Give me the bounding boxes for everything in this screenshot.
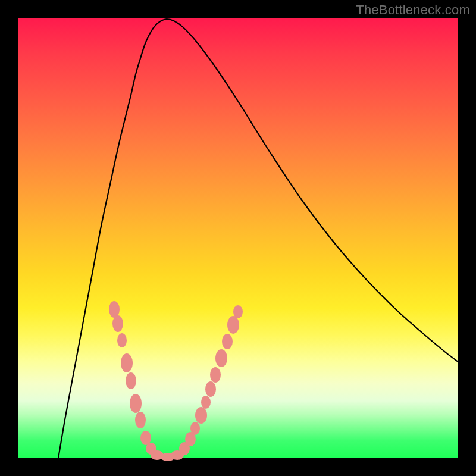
marker-dot <box>201 396 211 409</box>
bottleneck-curve <box>58 19 458 458</box>
marker-dot <box>121 353 133 372</box>
plot-area <box>18 18 458 458</box>
marker-dot <box>117 333 127 347</box>
marker-dot <box>215 349 227 367</box>
marker-dot <box>190 422 200 435</box>
marker-dot <box>233 305 243 318</box>
marker-dot <box>205 381 216 397</box>
marker-dot <box>222 334 233 349</box>
marker-dot <box>195 407 207 424</box>
marker-dot <box>130 394 142 413</box>
marker-dot <box>126 372 136 389</box>
marker-dot <box>135 412 146 428</box>
curve-svg <box>18 18 458 458</box>
marker-dot <box>210 367 221 383</box>
watermark-label: TheBottleneck.com <box>356 2 470 18</box>
chart-stage: TheBottleneck.com <box>0 0 476 476</box>
marker-dot <box>227 316 239 334</box>
marker-dot <box>112 315 123 332</box>
marker-group <box>109 301 243 461</box>
marker-dot <box>109 301 120 318</box>
marker-dot <box>140 431 151 445</box>
